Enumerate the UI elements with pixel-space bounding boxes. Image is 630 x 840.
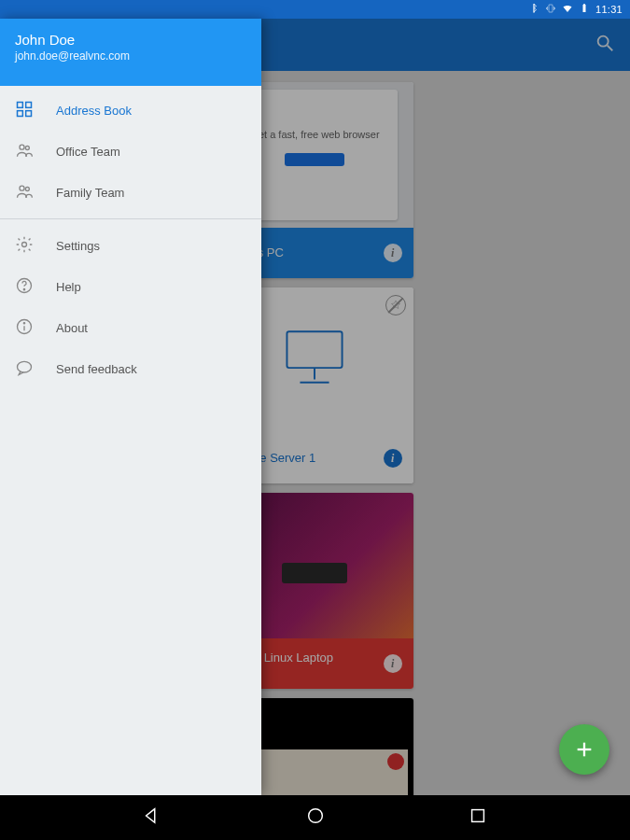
account-email: john.doe@realvnc.com	[15, 49, 246, 63]
drawer-item-label: Settings	[56, 239, 100, 253]
android-status-bar: 11:31	[0, 0, 630, 19]
grid-icon	[15, 100, 34, 121]
drawer-item-label: Office Team	[56, 145, 120, 159]
drawer-list: Address Book Office Team Family Team Set…	[0, 86, 261, 389]
battery-icon	[579, 3, 590, 16]
navigation-drawer: John Doe john.doe@realvnc.com Address Bo…	[0, 19, 261, 795]
svg-rect-0	[549, 5, 553, 12]
drawer-item-label: Address Book	[56, 104, 132, 118]
account-name: John Doe	[15, 32, 246, 48]
svg-point-17	[20, 145, 24, 149]
plus-icon	[574, 739, 595, 760]
svg-point-27	[18, 361, 32, 372]
svg-rect-2	[583, 4, 585, 5]
vibrate-icon	[545, 3, 556, 16]
svg-rect-16	[26, 110, 32, 116]
android-nav-bar	[0, 795, 630, 840]
drawer-account-header[interactable]: John Doe john.doe@realvnc.com	[0, 19, 261, 86]
add-computer-fab[interactable]	[559, 724, 609, 775]
svg-rect-13	[18, 102, 23, 107]
drawer-item-feedback[interactable]: Send feedback	[0, 348, 261, 389]
recents-button[interactable]	[468, 805, 488, 830]
svg-point-19	[20, 186, 24, 190]
drawer-item-label: About	[56, 321, 88, 335]
drawer-item-family-team[interactable]: Family Team	[0, 172, 261, 213]
bluetooth-icon	[528, 3, 539, 16]
svg-point-23	[23, 288, 24, 289]
drawer-item-office-team[interactable]: Office Team	[0, 131, 261, 172]
drawer-item-label: Help	[56, 280, 81, 294]
chat-bubble-icon	[15, 358, 34, 380]
drawer-item-about[interactable]: About	[0, 307, 261, 348]
drawer-item-label: Family Team	[56, 186, 124, 200]
drawer-item-label: Send feedback	[56, 362, 137, 376]
wifi-icon	[562, 3, 573, 16]
divider	[0, 218, 261, 219]
back-button[interactable]	[142, 805, 162, 830]
info-icon	[15, 317, 34, 339]
svg-rect-14	[26, 102, 32, 107]
drawer-item-address-book[interactable]: Address Book	[0, 90, 261, 131]
help-icon	[15, 276, 34, 298]
svg-point-26	[23, 322, 24, 323]
gear-icon	[15, 235, 34, 257]
drawer-item-settings[interactable]: Settings	[0, 225, 261, 266]
home-button[interactable]	[305, 805, 326, 830]
svg-rect-1	[582, 5, 585, 12]
clock: 11:31	[595, 4, 623, 15]
svg-point-18	[25, 146, 29, 149]
svg-point-21	[22, 242, 27, 246]
svg-point-20	[25, 187, 29, 190]
svg-rect-15	[18, 110, 23, 116]
svg-rect-29	[471, 810, 483, 822]
people-icon	[15, 182, 34, 203]
people-icon	[15, 141, 34, 162]
svg-point-28	[308, 809, 322, 823]
drawer-item-help[interactable]: Help	[0, 266, 261, 307]
